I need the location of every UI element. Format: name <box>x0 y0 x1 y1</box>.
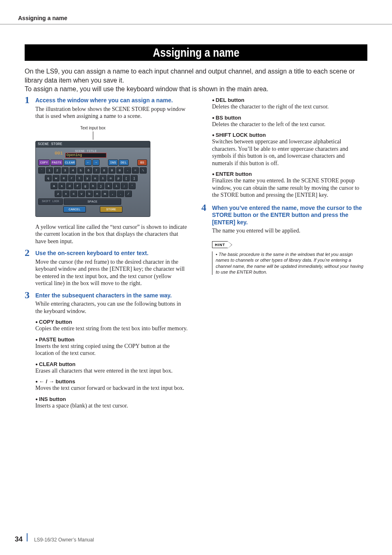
bs-head: BS button <box>212 115 366 121</box>
key[interactable]: ` <box>38 167 45 173</box>
copy-head: COPY button <box>35 319 189 325</box>
key[interactable]: / <box>125 191 132 197</box>
key[interactable]: , <box>109 191 116 197</box>
key[interactable]: y <box>84 175 91 181</box>
key[interactable]: . <box>117 191 124 197</box>
arrows-head: ← / → buttons <box>35 378 189 385</box>
ins-key[interactable]: INS <box>108 159 118 166</box>
key[interactable]: f <box>74 183 81 189</box>
clear-body: Erases all characters that were entered … <box>35 367 189 375</box>
right-arrow-key[interactable]: → <box>92 159 99 166</box>
cancel-key[interactable]: CANCEL <box>63 206 86 212</box>
step-1: 1 Access the window where you can assign… <box>25 97 189 120</box>
key[interactable]: g <box>82 183 89 189</box>
clear-key[interactable]: CLEAR <box>64 159 76 166</box>
intro-text-2: To assign a name, you will use the keybo… <box>25 85 268 92</box>
key[interactable]: i <box>99 175 106 181</box>
key[interactable]: c <box>70 191 77 197</box>
copy-body: Copies the entire text string from the t… <box>35 325 189 332</box>
keyboard-row-actions: CANCEL STORE <box>36 205 150 213</box>
key[interactable]: = <box>132 167 139 173</box>
step-1-body: The illustration below shows the SCENE S… <box>35 106 189 120</box>
key[interactable]: 9 <box>108 167 115 173</box>
key[interactable]: 6 <box>85 167 92 173</box>
paste-key[interactable]: PASTE <box>51 159 63 166</box>
key[interactable]: q <box>45 175 52 181</box>
key[interactable]: 7 <box>93 167 100 173</box>
left-arrow-key[interactable]: ← <box>85 159 92 166</box>
keyboard-row-1: ` 1 2 3 4 5 6 7 8 9 0 - = \ <box>36 166 150 174</box>
clear-head: CLEAR button <box>35 361 189 367</box>
key[interactable]: 4 <box>69 167 76 173</box>
key[interactable]: j <box>97 183 104 189</box>
key[interactable]: s <box>58 183 65 189</box>
key[interactable]: k <box>105 183 112 189</box>
key[interactable]: p <box>115 175 122 181</box>
step-2: 2 Use the on-screen keyboard to enter te… <box>25 250 189 287</box>
keyboard-row-2: q w e r t y u i o p [ ] <box>36 174 150 182</box>
key[interactable]: [ <box>123 175 130 181</box>
hint-section: HINT The basic procedure is the same in … <box>212 240 366 275</box>
step-4-number: 4 <box>201 202 206 213</box>
bs-key[interactable]: BS <box>137 159 147 166</box>
right-column: DEL button Deletes the character to the … <box>201 97 366 409</box>
key[interactable]: r <box>68 175 75 181</box>
keyboard-row-4: z x c v b n m , . / <box>36 190 150 198</box>
key[interactable]: n <box>94 191 101 197</box>
key[interactable]: v <box>78 191 85 197</box>
key[interactable]: 2 <box>54 167 61 173</box>
figure-leader-line <box>93 131 93 140</box>
key[interactable]: a <box>51 183 58 189</box>
space-key[interactable]: SPACE <box>64 198 121 205</box>
key[interactable]: l <box>113 183 120 189</box>
key[interactable]: e <box>60 175 67 181</box>
key[interactable]: h <box>90 183 97 189</box>
del-key[interactable]: DEL <box>119 159 129 166</box>
enter-body: Finalizes the name you entered. In the S… <box>212 177 366 199</box>
ins-body: Inserts a space (blank) at the text curs… <box>35 402 189 410</box>
running-header: Assigning a name <box>18 15 67 21</box>
key[interactable]: o <box>107 175 114 181</box>
key[interactable]: ; <box>121 183 128 189</box>
keyboard-row-shift: SHIFT LOCK SPACE <box>36 198 150 205</box>
figure-caption: Text input box <box>35 126 150 130</box>
page-title: Assigning a name <box>153 46 240 60</box>
key[interactable]: ' <box>129 183 136 189</box>
text-input-box[interactable]: Opening <box>65 153 106 158</box>
key[interactable]: ] <box>131 175 138 181</box>
shift-lock-key[interactable]: SHIFT LOCK <box>38 198 63 205</box>
key[interactable]: x <box>62 191 69 197</box>
key[interactable]: b <box>86 191 93 197</box>
key[interactable]: \ <box>140 167 147 173</box>
copy-key[interactable]: COPY <box>38 159 50 166</box>
popup-header-row: 001 SCENE TITLE Opening <box>36 147 150 159</box>
key[interactable]: 5 <box>77 167 84 173</box>
key[interactable]: m <box>101 191 108 197</box>
key[interactable]: 1 <box>46 167 53 173</box>
del-body: Deletes the character to the right of th… <box>212 103 366 111</box>
key[interactable]: 0 <box>116 167 123 173</box>
key[interactable]: 8 <box>101 167 108 173</box>
shift-body: Switches between uppercase and lowercase… <box>212 138 366 167</box>
store-key[interactable]: STORE <box>100 206 122 212</box>
ins-head: INS button <box>35 396 189 402</box>
step-1-title: Access the window where you can assign a… <box>35 97 189 104</box>
key[interactable]: 3 <box>62 167 69 173</box>
step-4-title: When you’ve entered the name, move the c… <box>212 205 366 226</box>
key[interactable]: w <box>53 175 60 181</box>
scene-title-label: SCENE TITLE <box>65 149 106 153</box>
scene-number: 001 <box>55 151 63 156</box>
key[interactable]: d <box>66 183 73 189</box>
key[interactable]: t <box>76 175 83 181</box>
hint-text: The basic procedure is the same in the w… <box>212 251 366 275</box>
key[interactable]: u <box>92 175 99 181</box>
step-3-title: Enter the subsequent characters in the s… <box>35 292 189 299</box>
step-3-number: 3 <box>25 290 30 301</box>
hint-body: The basic procedure is the same in the w… <box>216 252 363 274</box>
key[interactable]: z <box>55 191 62 197</box>
step-4-body: The name you entered will be applied. <box>212 227 366 235</box>
page-number: 34 <box>15 535 23 543</box>
key[interactable]: - <box>124 167 131 173</box>
left-column: 1 Access the window where you can assign… <box>25 97 189 409</box>
step-1-number: 1 <box>25 94 30 106</box>
